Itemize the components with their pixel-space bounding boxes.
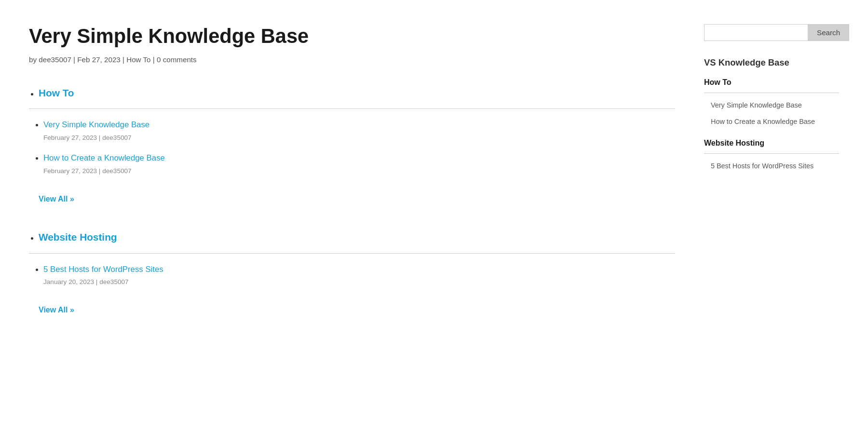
category-section-website-hosting: Website Hosting5 Best Hosts for WordPres… <box>29 229 675 316</box>
view-all-link-how-to[interactable]: View All » <box>39 193 74 205</box>
list-item: Very Simple Knowledge Base <box>711 99 839 111</box>
by-label: by <box>29 55 37 64</box>
article-link-how-to-1[interactable]: How to Create a Knowledge Base <box>43 152 675 165</box>
category-list-website-hosting: Website Hosting <box>29 229 675 245</box>
category-list-item-website-hosting: Website Hosting <box>39 229 675 245</box>
category-title-link-website-hosting[interactable]: Website Hosting <box>39 231 117 243</box>
article-meta-website-hosting-0: January 20, 2023 | dee35007 <box>43 277 675 287</box>
sidebar-article-link-1-0[interactable]: 5 Best Hosts for WordPress Sites <box>711 162 814 170</box>
meta-separator-2: | <box>122 55 126 64</box>
category-link[interactable]: How To <box>126 55 150 64</box>
search-button[interactable]: Search <box>808 24 849 41</box>
sidebar-widget-title: VS Knowledge Base <box>704 55 839 69</box>
sidebar-category-title-0: How To <box>704 76 839 89</box>
category-divider-how-to <box>29 108 675 109</box>
sidebar-category-1: Website Hosting5 Best Hosts for WordPres… <box>704 137 839 172</box>
list-item: 5 Best Hosts for WordPress SitesJanuary … <box>43 263 675 288</box>
categories-container: How ToVery Simple Knowledge BaseFebruary… <box>29 85 675 316</box>
article-list-website-hosting: 5 Best Hosts for WordPress SitesJanuary … <box>29 263 675 288</box>
post-meta: by dee35007 | Feb 27, 2023 | How To | 0 … <box>29 54 675 66</box>
main-content: Very Simple Knowledge Base by dee35007 |… <box>29 19 675 414</box>
article-list-how-to: Very Simple Knowledge BaseFebruary 27, 2… <box>29 119 675 176</box>
list-item: How to Create a Knowledge Base <box>711 115 839 128</box>
category-list-item-how-to: How To <box>39 85 675 101</box>
article-meta-how-to-1: February 27, 2023 | dee35007 <box>43 166 675 176</box>
article-link-website-hosting-0[interactable]: 5 Best Hosts for WordPress Sites <box>43 263 675 276</box>
article-meta-how-to-0: February 27, 2023 | dee35007 <box>43 133 675 143</box>
article-link-how-to-0[interactable]: Very Simple Knowledge Base <box>43 119 675 132</box>
meta-separator-3: | <box>153 55 157 64</box>
sidebar-category-0: How ToVery Simple Knowledge BaseHow to C… <box>704 76 839 127</box>
page-title: Very Simple Knowledge Base <box>29 24 675 48</box>
search-box: Search <box>704 24 839 41</box>
list-item: Very Simple Knowledge BaseFebruary 27, 2… <box>43 119 675 143</box>
category-list-how-to: How To <box>29 85 675 101</box>
sidebar-divider-0 <box>704 93 839 93</box>
category-divider-website-hosting <box>29 253 675 254</box>
sidebar-article-link-0-1[interactable]: How to Create a Knowledge Base <box>711 118 815 125</box>
author-link[interactable]: dee35007 <box>39 55 71 64</box>
sidebar-category-title-1: Website Hosting <box>704 137 839 149</box>
sidebar-article-link-0-0[interactable]: Very Simple Knowledge Base <box>711 101 802 109</box>
post-date: Feb 27, 2023 <box>77 55 121 64</box>
view-all-link-website-hosting[interactable]: View All » <box>39 304 74 316</box>
list-item: 5 Best Hosts for WordPress Sites <box>711 160 839 172</box>
category-section-how-to: How ToVery Simple Knowledge BaseFebruary… <box>29 85 675 205</box>
page-wrapper: Very Simple Knowledge Base by dee35007 |… <box>0 0 868 433</box>
search-input[interactable] <box>704 24 808 41</box>
list-item: How to Create a Knowledge BaseFebruary 2… <box>43 152 675 176</box>
sidebar-article-list-1: 5 Best Hosts for WordPress Sites <box>704 160 839 172</box>
sidebar-widget: VS Knowledge Base How ToVery Simple Know… <box>704 55 839 172</box>
category-title-link-how-to[interactable]: How To <box>39 87 74 98</box>
sidebar-divider-1 <box>704 153 839 154</box>
sidebar-article-list-0: Very Simple Knowledge BaseHow to Create … <box>704 99 839 127</box>
comments-link[interactable]: 0 comments <box>157 55 197 64</box>
sidebar: Search VS Knowledge Base How ToVery Simp… <box>704 19 839 414</box>
sidebar-categories-container: How ToVery Simple Knowledge BaseHow to C… <box>704 76 839 172</box>
